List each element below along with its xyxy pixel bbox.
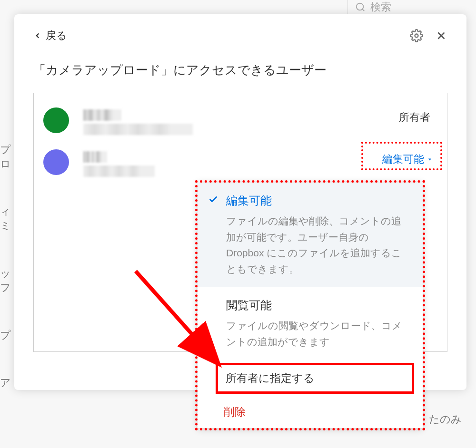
menu-option-title: 閲覧可能 bbox=[226, 298, 408, 313]
menu-option-description: ファイルの閲覧やダウンロード、コメントの追加ができます bbox=[226, 318, 408, 350]
close-icon bbox=[435, 29, 447, 42]
background-sidebar: プロィミッフプア bbox=[0, 143, 14, 390]
gear-icon bbox=[410, 29, 423, 42]
user-name-redacted bbox=[83, 109, 121, 121]
user-row-member: 編集可能 bbox=[43, 145, 437, 186]
avatar bbox=[43, 107, 69, 133]
user-row-owner: 所有者 bbox=[43, 103, 437, 145]
svg-line-1 bbox=[362, 9, 364, 11]
role-dropdown-menu: 編集可能 ファイルの編集や削除、コメントの追加が可能です。ユーザー自身の Dro… bbox=[198, 183, 423, 428]
menu-option-edit[interactable]: 編集可能 ファイルの編集や削除、コメントの追加が可能です。ユーザー自身の Dro… bbox=[198, 183, 423, 287]
settings-button[interactable] bbox=[410, 29, 423, 42]
svg-point-0 bbox=[357, 3, 364, 10]
background-bottom-text: たのみ bbox=[429, 412, 462, 427]
user-email-redacted bbox=[83, 166, 155, 177]
back-button[interactable]: 戻る bbox=[33, 29, 67, 43]
menu-option-view[interactable]: 閲覧可能 ファイルの閲覧やダウンロード、コメントの追加ができます bbox=[198, 287, 423, 360]
user-info bbox=[83, 107, 399, 135]
menu-option-description: ファイルの編集や削除、コメントの追加が可能です。ユーザー自身の Dropbox … bbox=[226, 213, 408, 277]
role-dropdown-trigger[interactable]: 編集可能 bbox=[377, 149, 437, 169]
svg-marker-5 bbox=[428, 159, 431, 161]
search-placeholder: 検索 bbox=[370, 0, 391, 14]
menu-action-remove[interactable]: 削除 bbox=[198, 396, 423, 428]
check-icon bbox=[208, 194, 218, 206]
close-button[interactable] bbox=[435, 29, 447, 42]
user-name-redacted bbox=[83, 151, 107, 163]
header-actions bbox=[410, 29, 447, 42]
annotation-highlight-makeowner: 所有者に指定する bbox=[216, 363, 414, 394]
search-icon bbox=[355, 2, 366, 12]
svg-point-2 bbox=[415, 34, 418, 38]
menu-action-make-owner[interactable]: 所有者に指定する bbox=[226, 371, 404, 386]
user-email-redacted bbox=[83, 124, 193, 135]
chevron-left-icon bbox=[33, 31, 42, 40]
avatar bbox=[43, 149, 69, 175]
menu-option-title: 編集可能 bbox=[226, 193, 408, 208]
back-label: 戻る bbox=[46, 29, 67, 43]
background-search: 検索 bbox=[347, 0, 476, 14]
caret-down-icon bbox=[427, 156, 433, 162]
user-info bbox=[83, 149, 377, 177]
role-owner-label: 所有者 bbox=[399, 107, 437, 125]
modal-header: 戻る bbox=[33, 29, 447, 43]
role-dropdown-label: 編集可能 bbox=[382, 152, 424, 166]
modal-title: 「カメラアップロード」にアクセスできるユーザー bbox=[33, 62, 447, 78]
